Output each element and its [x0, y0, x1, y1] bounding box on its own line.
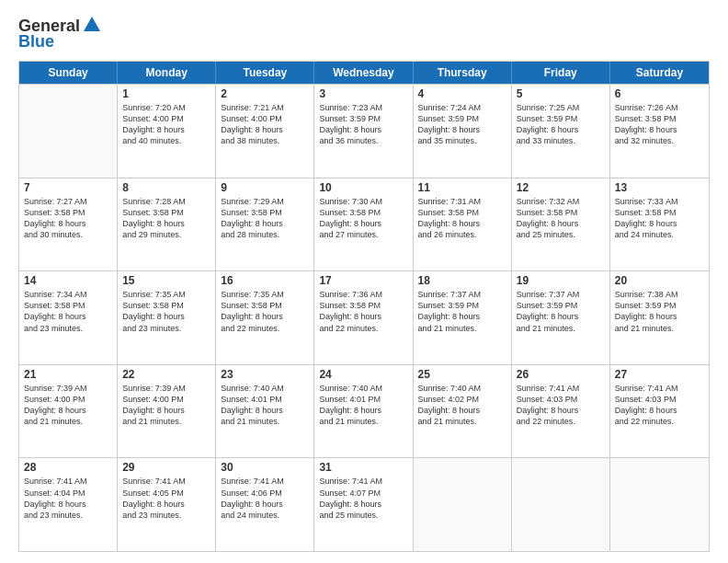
cal-cell-empty: [414, 458, 512, 551]
cell-info-line: Sunset: 3:58 PM: [319, 207, 407, 218]
cell-info-line: Sunset: 3:59 PM: [517, 113, 605, 124]
cell-info-line: Daylight: 8 hours: [221, 405, 309, 416]
cal-cell-empty: [610, 458, 709, 551]
cal-week-3: 14Sunrise: 7:34 AMSunset: 3:58 PMDayligh…: [19, 270, 709, 364]
cell-info-line: Daylight: 8 hours: [319, 311, 407, 322]
cell-info-line: and 21 minutes.: [122, 416, 210, 427]
cell-info-line: Daylight: 8 hours: [319, 218, 407, 229]
cell-info-line: Daylight: 8 hours: [24, 311, 112, 322]
cell-info-line: Sunset: 3:58 PM: [615, 207, 704, 218]
cell-info-line: and 23 minutes.: [24, 323, 112, 334]
cell-info-line: and 35 minutes.: [418, 135, 506, 146]
cell-info-line: Sunset: 4:00 PM: [24, 394, 112, 405]
cell-info-line: and 36 minutes.: [319, 135, 407, 146]
cell-info-line: and 25 minutes.: [319, 510, 407, 521]
cell-info-line: Sunrise: 7:21 AM: [221, 102, 309, 113]
cell-info-line: and 21 minutes.: [319, 416, 407, 427]
cal-cell-day-5: 5Sunrise: 7:25 AMSunset: 3:59 PMDaylight…: [512, 85, 610, 178]
cell-info-line: and 21 minutes.: [418, 323, 506, 334]
cell-info-line: Sunrise: 7:24 AM: [418, 102, 506, 113]
cell-info-line: and 30 minutes.: [24, 229, 112, 240]
cell-info-line: Sunrise: 7:41 AM: [319, 476, 407, 487]
cal-cell-day-18: 18Sunrise: 7:37 AMSunset: 3:59 PMDayligh…: [414, 271, 512, 364]
day-number: 20: [615, 274, 704, 287]
day-number: 18: [418, 274, 506, 287]
day-number: 5: [517, 87, 605, 100]
cell-info-line: Sunset: 4:06 PM: [221, 488, 309, 499]
day-number: 10: [319, 181, 407, 194]
cell-info-line: Sunrise: 7:41 AM: [221, 476, 309, 487]
day-number: 3: [319, 87, 407, 100]
cell-info-line: and 23 minutes.: [122, 510, 210, 521]
cal-cell-day-8: 8Sunrise: 7:28 AMSunset: 3:58 PMDaylight…: [118, 178, 216, 271]
day-number: 28: [24, 461, 112, 474]
cell-info-line: and 21 minutes.: [24, 416, 112, 427]
cell-info-line: Daylight: 8 hours: [24, 405, 112, 416]
cal-cell-day-30: 30Sunrise: 7:41 AMSunset: 4:06 PMDayligh…: [216, 458, 314, 551]
cell-info-line: Sunrise: 7:20 AM: [122, 102, 210, 113]
cell-info-line: Daylight: 8 hours: [221, 499, 309, 510]
cell-info-line: Daylight: 8 hours: [319, 499, 407, 510]
calendar-header-row: SundayMondayTuesdayWednesdayThursdayFrid…: [19, 62, 709, 84]
day-number: 26: [517, 368, 605, 381]
cell-info-line: Daylight: 8 hours: [517, 405, 605, 416]
cell-info-line: Daylight: 8 hours: [517, 311, 605, 322]
logo-icon: [82, 15, 102, 35]
day-number: 25: [418, 368, 506, 381]
cal-cell-day-21: 21Sunrise: 7:39 AMSunset: 4:00 PMDayligh…: [19, 365, 118, 458]
day-number: 22: [122, 368, 210, 381]
cell-info-line: Sunrise: 7:35 AM: [221, 289, 309, 300]
cell-info-line: and 22 minutes.: [517, 416, 605, 427]
calendar: SundayMondayTuesdayWednesdayThursdayFrid…: [18, 61, 710, 552]
cell-info-line: Sunrise: 7:40 AM: [418, 383, 506, 394]
cell-info-line: Sunrise: 7:41 AM: [24, 476, 112, 487]
cell-info-line: Sunset: 3:58 PM: [418, 207, 506, 218]
cal-week-2: 7Sunrise: 7:27 AMSunset: 3:58 PMDaylight…: [19, 178, 709, 271]
cal-cell-day-6: 6Sunrise: 7:26 AMSunset: 3:58 PMDaylight…: [610, 85, 709, 178]
cell-info-line: Sunset: 4:01 PM: [221, 394, 309, 405]
cal-cell-day-9: 9Sunrise: 7:29 AMSunset: 3:58 PMDaylight…: [216, 178, 314, 271]
cell-info-line: Sunset: 3:59 PM: [517, 300, 605, 311]
cal-cell-day-31: 31Sunrise: 7:41 AMSunset: 4:07 PMDayligh…: [314, 458, 413, 551]
day-number: 14: [24, 274, 112, 287]
cell-info-line: Sunset: 4:03 PM: [517, 394, 605, 405]
day-number: 23: [221, 368, 309, 381]
cell-info-line: Sunset: 4:01 PM: [319, 394, 407, 405]
cell-info-line: and 21 minutes.: [418, 416, 506, 427]
cell-info-line: Sunset: 3:58 PM: [221, 207, 309, 218]
cell-info-line: Daylight: 8 hours: [122, 499, 210, 510]
cell-info-line: and 26 minutes.: [418, 229, 506, 240]
cell-info-line: Daylight: 8 hours: [122, 124, 210, 135]
cell-info-line: Daylight: 8 hours: [221, 124, 309, 135]
day-number: 15: [122, 274, 210, 287]
cell-info-line: Sunrise: 7:26 AM: [615, 102, 704, 113]
svg-marker-0: [84, 17, 100, 31]
cell-info-line: Daylight: 8 hours: [319, 124, 407, 135]
cell-info-line: Sunrise: 7:23 AM: [319, 102, 407, 113]
cell-info-line: and 38 minutes.: [221, 135, 309, 146]
day-number: 11: [418, 181, 506, 194]
cal-cell-day-4: 4Sunrise: 7:24 AMSunset: 3:59 PMDaylight…: [414, 85, 512, 178]
cal-cell-empty: [19, 85, 118, 178]
cell-info-line: Sunrise: 7:30 AM: [319, 196, 407, 207]
cal-header-friday: Friday: [512, 62, 610, 84]
day-number: 7: [24, 181, 112, 194]
cell-info-line: and 28 minutes.: [221, 229, 309, 240]
cell-info-line: Sunrise: 7:34 AM: [24, 289, 112, 300]
cell-info-line: Sunrise: 7:29 AM: [221, 196, 309, 207]
cell-info-line: Sunset: 4:07 PM: [319, 488, 407, 499]
cal-cell-day-15: 15Sunrise: 7:35 AMSunset: 3:58 PMDayligh…: [118, 271, 216, 364]
cell-info-line: Daylight: 8 hours: [615, 405, 704, 416]
cell-info-line: Sunset: 4:00 PM: [122, 113, 210, 124]
cal-cell-empty: [512, 458, 610, 551]
cal-cell-day-2: 2Sunrise: 7:21 AMSunset: 4:00 PMDaylight…: [216, 85, 314, 178]
cal-cell-day-19: 19Sunrise: 7:37 AMSunset: 3:59 PMDayligh…: [512, 271, 610, 364]
cal-cell-day-16: 16Sunrise: 7:35 AMSunset: 3:58 PMDayligh…: [216, 271, 314, 364]
cell-info-line: Sunrise: 7:35 AM: [122, 289, 210, 300]
header: General Blue: [18, 17, 710, 52]
day-number: 1: [122, 87, 210, 100]
cell-info-line: Sunrise: 7:32 AM: [517, 196, 605, 207]
cell-info-line: Sunrise: 7:40 AM: [319, 383, 407, 394]
cell-info-line: and 22 minutes.: [221, 323, 309, 334]
cal-cell-day-3: 3Sunrise: 7:23 AMSunset: 3:59 PMDaylight…: [314, 85, 413, 178]
